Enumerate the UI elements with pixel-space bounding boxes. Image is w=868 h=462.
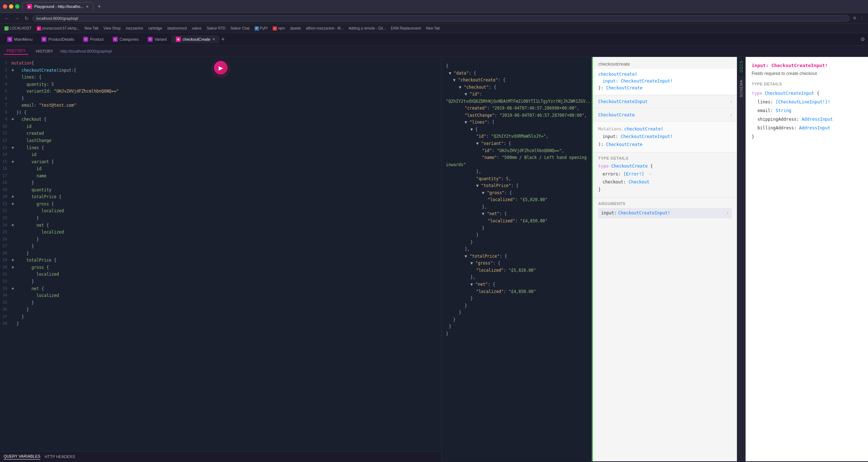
- run-button-container: ▶: [213, 60, 229, 76]
- tab-mainmenu[interactable]: Q MainMenu: [3, 35, 37, 43]
- prettify-button[interactable]: PRETTIFY: [4, 48, 28, 55]
- mutation-detail-section: Mutations.checkoutCreate( input: Checkou…: [593, 122, 737, 153]
- refresh-button[interactable]: ↻: [23, 15, 30, 22]
- right-docs-panel: input: CheckoutCreateInput! Fields requi…: [746, 57, 868, 461]
- back-button[interactable]: ←: [3, 15, 11, 22]
- tab-checkoutcreate[interactable]: ◈ checkoutCreate ✕: [171, 35, 219, 43]
- code-line-5: 5 variantId: "UHJvZHVjdFZhcmlhbnQ6NQ==": [0, 88, 441, 95]
- schema-tab[interactable]: SCHEMA: [738, 76, 745, 101]
- address-bar[interactable]: localhost:8000/graphiql/: [32, 15, 850, 22]
- bookmark-viewshop[interactable]: View Shop: [101, 26, 123, 31]
- email-type-link[interactable]: String: [776, 108, 791, 113]
- field-email: email: String: [757, 106, 862, 115]
- add-playground-tab-button[interactable]: +: [221, 36, 224, 43]
- pypi-icon: P: [255, 26, 259, 31]
- tab-variant[interactable]: Q Variant: [143, 35, 171, 43]
- docs-tab[interactable]: DOCS: [738, 57, 745, 76]
- npm-icon: n: [273, 26, 277, 31]
- tab-close-icon[interactable]: ✕: [86, 5, 89, 9]
- argument-input-row[interactable]: input: CheckoutCreateInput! ›: [598, 208, 732, 219]
- forward-button[interactable]: →: [13, 15, 21, 22]
- arguments-title: ARGUMENTS: [598, 201, 732, 206]
- history-button[interactable]: HISTORY: [33, 48, 56, 54]
- breadcrumb-input-link[interactable]: input: CheckoutCreateInput!: [603, 79, 673, 84]
- checkout-create-input-row[interactable]: CheckoutCreateInput ›: [598, 98, 732, 105]
- tab-product[interactable]: Q Product: [79, 35, 108, 43]
- bookmark-localhost-icon: L: [4, 26, 9, 31]
- tab-categories-icon: Q: [113, 37, 118, 42]
- type-checkout-create-def: type CheckoutCreate { errors: [Error!] ›…: [598, 163, 732, 194]
- add-tab-button[interactable]: +: [96, 3, 102, 10]
- billing-type-link[interactable]: AddressInput: [799, 125, 831, 130]
- query-variables-tab[interactable]: QUERY VARIABLES: [4, 453, 40, 459]
- results-panel: { ▼ "data": { ▼ "checkoutCreate": { ▼ "c…: [442, 57, 593, 461]
- checkout-create-row[interactable]: CheckoutCreate ›: [598, 111, 732, 119]
- mutation-input-type-link[interactable]: CheckoutCreateInput!: [621, 134, 673, 139]
- code-line-10: 10 id: [0, 123, 441, 130]
- bookmark-adding-remote[interactable]: Adding a remote - Git...: [346, 26, 388, 31]
- breadcrumb-input-line: input: CheckoutCreateInput!: [598, 78, 732, 85]
- lines-type-link[interactable]: [CheckoutLineInput!]!: [776, 99, 831, 105]
- code-line-28: 28 }: [0, 250, 441, 257]
- bookmark-dpaste[interactable]: dpaste: [288, 26, 303, 31]
- query-vars-bar: QUERY VARIABLES HTTP HEADERS: [0, 451, 441, 461]
- code-line-9: 9 + checkout {: [0, 116, 441, 123]
- mutation-detail: Mutations.checkoutCreate( input: Checkou…: [598, 125, 732, 149]
- type-details-title: TYPE DETAILS: [598, 156, 732, 160]
- mutation-return-type-link[interactable]: CheckoutCreate: [606, 142, 643, 147]
- breadcrumb-checkoutcreate-link[interactable]: checkoutCreate(: [598, 72, 637, 77]
- editor-content[interactable]: ▶ 1 mutation{ 2 + checkoutCreate(input:{…: [0, 57, 441, 451]
- field-lines: lines: [CheckoutLineInput!]!: [757, 98, 862, 106]
- bookmark-ekm[interactable]: EKM Replacement: [389, 26, 423, 31]
- docs-tab-strip: DOCS SCHEMA: [737, 57, 746, 461]
- checkout-type-link[interactable]: Checkout: [628, 179, 649, 185]
- maximize-dot[interactable]: [15, 4, 19, 9]
- settings-button[interactable]: ⚙: [860, 36, 865, 42]
- url-display: localhost:8000/graphiql/: [36, 16, 78, 21]
- code-line-14: 14 id: [0, 151, 441, 159]
- errors-type-link[interactable]: [Error!]: [623, 172, 644, 177]
- bookmark-localhost[interactable]: L LOCALHOST: [2, 26, 34, 31]
- tab-productdetails[interactable]: Q ProductDetails: [37, 35, 79, 43]
- tab-variant-label: Variant: [155, 37, 167, 41]
- tab-checkoutcreate-close-icon[interactable]: ✕: [212, 37, 215, 41]
- bookmark-cartridge[interactable]: cartridge: [146, 26, 164, 31]
- bookmark-althon[interactable]: althon-mezzanine - M...: [304, 26, 346, 31]
- bookmark-newtab2[interactable]: New Tab: [424, 26, 442, 31]
- shipping-type-link[interactable]: AddressInput: [802, 117, 833, 122]
- type-close-brace: }: [598, 186, 732, 194]
- tab-product-label: Product: [90, 37, 104, 41]
- code-line-18: 18 }: [0, 179, 441, 187]
- bookmark-youraccount[interactable]: y youraccount.67.ekmp...: [35, 26, 82, 31]
- code-line-17: 17 name: [0, 173, 441, 180]
- bookmark-newtab[interactable]: New Tab: [82, 26, 101, 31]
- bookmark-npm[interactable]: n npm: [270, 26, 287, 31]
- nav-extensions-button[interactable]: ⚙: [852, 15, 858, 21]
- minimize-dot[interactable]: [9, 4, 13, 9]
- bookmark-localhost-label: LOCALHOST: [10, 26, 32, 30]
- tab-checkoutcreate-icon: ◈: [176, 37, 181, 42]
- checkout-create-input-section: CheckoutCreateInput ›: [593, 95, 737, 108]
- breadcrumb-checkoutcreate-return-link[interactable]: CheckoutCreate: [606, 85, 643, 90]
- nav-more-button[interactable]: ⋮: [859, 15, 865, 21]
- bookmark-pypi[interactable]: P PyPI: [252, 26, 270, 31]
- tab-categories[interactable]: Q Categories: [108, 35, 143, 43]
- argument-input-type-link[interactable]: CheckoutCreateInput!: [618, 209, 670, 217]
- bookmark-saleorchat[interactable]: Saleor Chat: [228, 26, 252, 31]
- code-line-15: 15 + variant {: [0, 159, 441, 166]
- code-line-21: 21 + gross {: [0, 201, 441, 208]
- tab-checkoutcreate-label: checkoutCreate: [183, 37, 210, 41]
- type-errors-field: errors: [Error!] ›: [598, 170, 732, 178]
- http-headers-tab[interactable]: HTTP HEADERS: [45, 454, 75, 459]
- bookmark-saleor[interactable]: saleor: [190, 26, 204, 31]
- mutation-name-link[interactable]: checkoutCreate(: [624, 126, 663, 132]
- browser-tab-active[interactable]: ▶ Playground - http://localho... ✕: [22, 2, 93, 10]
- bookmark-mezzanine[interactable]: mezzanine: [124, 26, 145, 31]
- bookmark-saleorrtd[interactable]: Saleor RTD: [205, 26, 228, 31]
- errors-arrow: ›: [649, 172, 652, 177]
- type-details-section: TYPE DETAILS type CheckoutCreate { error…: [593, 152, 737, 197]
- bookmark-stephenmcd[interactable]: stephenmcd: [165, 26, 189, 31]
- app-header: Q MainMenu Q ProductDetails Q Product Q …: [0, 33, 868, 45]
- run-button[interactable]: ▶: [213, 60, 229, 76]
- close-dot[interactable]: [3, 4, 7, 9]
